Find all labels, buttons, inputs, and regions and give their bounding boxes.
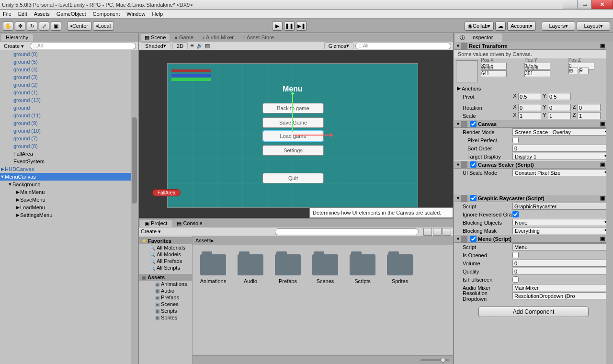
menu-quit-button[interactable]: Quit (262, 173, 324, 183)
folder-scripts[interactable]: ▣Scripts (139, 307, 192, 314)
canvas-enable[interactable] (470, 121, 477, 127)
audio-mixer-field[interactable] (512, 284, 611, 291)
breadcrumb[interactable]: Assets ▸ (193, 236, 453, 245)
save-search-icon[interactable] (443, 228, 451, 236)
hierarchy-item[interactable]: ground (2) (0, 81, 138, 89)
hierarchy-item[interactable]: ▼MenuCanvas (0, 173, 138, 181)
folder-scenes[interactable]: ▣Scenes (139, 301, 192, 307)
account-dropdown[interactable]: Account ▾ (507, 22, 536, 31)
hierarchy-item[interactable]: ground (7) (0, 135, 138, 142)
hierarchy-item[interactable]: ▼Background (0, 181, 138, 188)
menu-help[interactable]: Help (152, 11, 163, 17)
tab-project[interactable]: ▣ Project (140, 220, 172, 227)
step-button[interactable]: ▶❚ (296, 22, 306, 31)
audio-icon[interactable]: 🔊 (196, 43, 203, 49)
collab-dropdown[interactable]: ◉ Collab ▾ (465, 22, 494, 31)
rotate-tool[interactable]: ↻ (27, 22, 37, 31)
cloud-icon[interactable]: ☁ (495, 22, 506, 31)
ui-scale-mode[interactable]: Constant Pixel Size (512, 169, 611, 176)
fx-icon[interactable]: ▤ (205, 43, 210, 49)
hierarchy-item[interactable]: ▶SaveMenu (0, 196, 138, 204)
hierarchy-item[interactable]: ground (13) (0, 96, 138, 104)
hierarchy-item[interactable]: ground (5) (0, 58, 138, 66)
assets-header[interactable]: ▣Assets (139, 274, 192, 281)
blocking-objects[interactable]: None (512, 219, 611, 226)
hierarchy-item[interactable]: ▶SettingsMenu (0, 211, 138, 219)
volume-field[interactable] (512, 260, 611, 267)
menu-gameobject[interactable]: GameObject (57, 11, 86, 17)
fav-models[interactable]: 🔍All Models (139, 251, 192, 258)
hierarchy-item[interactable]: ground (1) (0, 89, 138, 96)
folder-prefabs[interactable]: ▣Prefabs (139, 294, 192, 301)
sz[interactable] (578, 112, 601, 119)
width-field[interactable] (481, 70, 507, 77)
canvas-header[interactable]: ▼Canvas▣ ⚙ (454, 120, 613, 128)
menu-window[interactable]: Window (126, 11, 145, 17)
favorites-header[interactable]: ★Favorites (139, 237, 192, 244)
pixel-perfect[interactable] (512, 137, 519, 143)
rect-transform-header[interactable]: ▼Rect Transform▣ ⚙ (454, 42, 613, 50)
hierarchy-item[interactable]: EventSystem (0, 158, 138, 165)
inspector-scrollbar[interactable] (606, 42, 613, 364)
layers-dropdown[interactable]: Layers ▾ (542, 22, 575, 31)
hierarchy-item[interactable]: ▶HUDCanvas (0, 165, 138, 173)
blueprint-toggle[interactable]: ⊞ (568, 68, 578, 74)
filter-icon[interactable] (423, 228, 432, 236)
grid-size-slider[interactable] (420, 359, 449, 361)
hierarchy-item[interactable]: ▶MainMenu (0, 188, 138, 196)
project-create[interactable]: Create ▾ (141, 228, 161, 235)
quality-field[interactable] (512, 268, 611, 275)
menu-save-button[interactable]: Save Game (262, 117, 324, 128)
move-tool[interactable]: ✥ (15, 22, 25, 31)
tab-console[interactable]: ▤ Console (172, 220, 207, 227)
hierarchy-item[interactable]: ground (3) (0, 73, 138, 81)
sy[interactable] (548, 112, 571, 119)
sx[interactable] (518, 112, 541, 119)
target-display[interactable]: Display 1 (512, 153, 611, 160)
layout-dropdown[interactable]: Layout ▾ (577, 22, 610, 31)
resolution-dropdown-field[interactable] (512, 292, 611, 299)
menu-file[interactable]: File (3, 11, 11, 17)
hierarchy-create[interactable]: Create ▾ (2, 43, 26, 49)
project-search[interactable] (275, 228, 419, 235)
hierarchy-item[interactable]: ground (11) (0, 112, 138, 119)
scaler-enable[interactable] (470, 161, 477, 168)
raw-toggle[interactable]: R (579, 68, 589, 74)
hierarchy-item[interactable]: ground (0, 104, 138, 112)
scene-search[interactable]: ◌All (355, 43, 451, 49)
raycaster-enable[interactable] (470, 195, 477, 201)
asset-folder[interactable]: Prefabs (273, 254, 303, 284)
rotz[interactable] (578, 104, 601, 111)
render-mode[interactable]: Screen Space - Overlay (512, 128, 611, 136)
scale-tool[interactable]: ⤢ (39, 22, 49, 31)
menu-script-header[interactable]: ▼Menu (Script)▣ ⚙ (454, 235, 613, 243)
maximize-button[interactable]: ▭ (577, 0, 591, 9)
hierarchy-item[interactable]: ground (4) (0, 66, 138, 73)
minimize-button[interactable]: — (563, 0, 577, 9)
pivoty[interactable] (548, 93, 571, 100)
add-component-button[interactable]: Add Component (478, 307, 589, 317)
asset-folder[interactable]: Scenes (310, 254, 340, 284)
is-fullscreen[interactable] (512, 276, 519, 283)
rotx[interactable] (518, 104, 541, 111)
blocking-mask[interactable]: Everything (512, 227, 611, 234)
asset-folder[interactable]: Sprites (385, 254, 415, 284)
gizmos-dropdown[interactable]: Gizmos ▾ (324, 42, 353, 49)
tab-game[interactable]: ● Game (170, 34, 197, 41)
menu-settings-button[interactable]: Settings (262, 145, 324, 156)
is-opened[interactable] (512, 252, 519, 258)
hierarchy-search[interactable]: ◌All (30, 43, 136, 49)
fav-scripts[interactable]: 🔍All Scripts (139, 264, 192, 271)
pivot-center[interactable]: ▪ Center (67, 22, 91, 31)
sort-order[interactable] (512, 145, 611, 152)
scaler-header[interactable]: ▼Canvas Scaler (Script)▣ ⚙ (454, 160, 613, 169)
raycaster-header[interactable]: ▼Graphic Raycaster (Script)▣ ⚙ (454, 194, 613, 202)
height-field[interactable] (524, 70, 550, 77)
asset-folder[interactable]: Animations (198, 254, 228, 284)
play-button[interactable]: ▶ (272, 22, 283, 31)
roty[interactable] (548, 104, 571, 111)
hierarchy-item[interactable]: FallArea (0, 150, 138, 158)
scene-view[interactable]: Menu Back to game Save Game Load game Se… (139, 50, 453, 218)
hierarchy-scrollbar[interactable] (131, 50, 138, 364)
folder-sprites[interactable]: ▣Sprites (139, 314, 192, 321)
